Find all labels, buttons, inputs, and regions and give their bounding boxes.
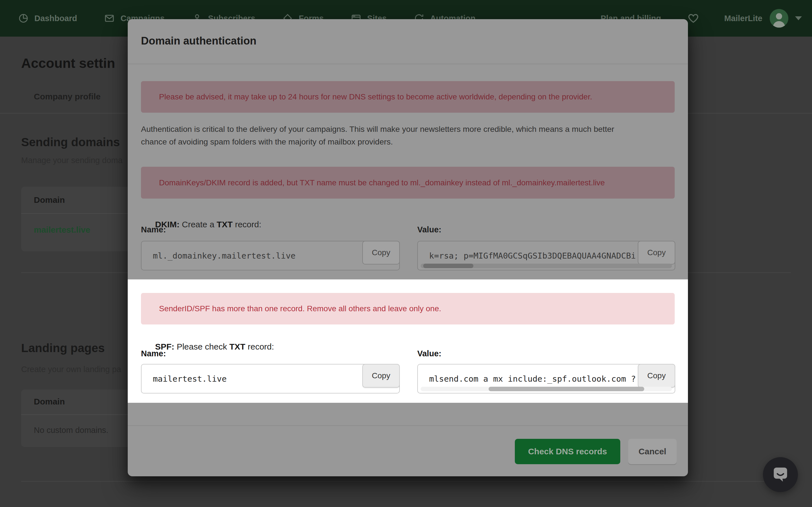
heading-bold: TXT <box>216 220 233 229</box>
copy-dkim-name-button[interactable]: Copy <box>362 241 400 265</box>
horizontal-scrollbar[interactable] <box>421 387 672 391</box>
modal-footer-divider <box>128 425 688 426</box>
dkim-value-text: k=rsa; p=MIGfMA0GCSqGSIb3DQEBAQUAA4GNADC… <box>418 251 635 261</box>
horizontal-scrollbar[interactable] <box>421 264 672 268</box>
modal-intro-text: Authentication is critical to the delive… <box>141 123 677 148</box>
copy-spf-value-button[interactable]: Copy <box>638 364 675 388</box>
copy-spf-name-button[interactable]: Copy <box>362 364 400 388</box>
envelope-icon <box>104 13 115 24</box>
sending-domains-description: Manage your sending doma <box>21 156 123 165</box>
scrollbar-thumb[interactable] <box>489 387 644 391</box>
chat-launcher-button[interactable] <box>763 457 798 492</box>
chevron-down-icon[interactable] <box>795 16 802 20</box>
check-dns-records-button[interactable]: Check DNS records <box>515 439 620 464</box>
nav-item-dashboard[interactable]: Dashboard <box>18 13 77 24</box>
account-name[interactable]: MailerLite <box>724 14 762 23</box>
spf-value-field[interactable]: mlsend.com a mx include:_spf.outlook.com… <box>417 364 675 393</box>
dns-propagation-notice: Please be advised, it may take up to 24 … <box>141 81 675 113</box>
intro-line: Authentication is critical to the delive… <box>141 123 677 135</box>
dkim-value-field[interactable]: k=rsa; p=MIGfMA0GCSqGSIb3DQEBAQUAA4GNADC… <box>417 241 675 270</box>
notice-text: Please be advised, it may take up to 24 … <box>159 93 592 101</box>
modal-title: Domain authentication <box>141 35 257 47</box>
notice-text: SenderID/SPF has more than one record. R… <box>159 304 441 313</box>
dkim-record-heading: DKIM: Create a TXT record: <box>141 210 261 239</box>
tab-company-profile[interactable]: Company profile <box>34 92 101 101</box>
chat-bubble-icon <box>771 465 790 485</box>
dkim-value-label: Value: <box>417 225 441 234</box>
heading-text: Please check <box>174 342 229 351</box>
heading-text: record: <box>245 342 274 351</box>
heading-text: Create a <box>180 220 217 229</box>
dkim-name-label: Name: <box>141 225 166 234</box>
user-avatar[interactable] <box>770 9 788 27</box>
clock-icon <box>18 13 29 24</box>
dkim-name-text: ml._domainkey.mailertest.live <box>142 251 296 261</box>
dkim-warning-notice: DomainKeys/DKIM record is added, but TXT… <box>141 167 675 199</box>
copy-dkim-value-button[interactable]: Copy <box>638 241 675 265</box>
nav-item-label: Dashboard <box>35 14 77 23</box>
notice-text: DomainKeys/DKIM record is added, but TXT… <box>159 178 605 187</box>
heart-icon[interactable] <box>687 12 700 24</box>
heading-bold: TXT <box>229 342 245 351</box>
heading-text: record: <box>233 220 261 229</box>
landing-pages-heading: Landing pages <box>21 341 105 355</box>
landing-pages-description: Create your own landing pa <box>21 365 121 374</box>
cancel-button[interactable]: Cancel <box>628 439 677 464</box>
section-divider <box>21 481 791 482</box>
modal-header-divider <box>128 64 688 64</box>
sending-domains-heading: Sending domains <box>21 135 120 149</box>
screen: Dashboard Campaigns Subscribers Forms <box>0 0 812 507</box>
intro-line: chance of avoiding spam folders with the… <box>141 135 677 148</box>
domain-authentication-modal: Domain authentication Please be advised,… <box>128 19 688 476</box>
spf-error-notice: SenderID/SPF has more than one record. R… <box>141 293 675 325</box>
spf-name-label: Name: <box>141 349 166 358</box>
page-title: Account settin <box>21 55 115 71</box>
spf-name-text: mailertest.live <box>142 374 227 384</box>
dkim-name-field[interactable]: ml._domainkey.mailertest.live Copy <box>141 241 400 270</box>
spf-value-label: Value: <box>417 349 441 358</box>
spf-name-field[interactable]: mailertest.live Copy <box>141 364 400 393</box>
scrollbar-thumb[interactable] <box>423 264 473 268</box>
spf-value-text: mlsend.com a mx include:_spf.outlook.com… <box>418 374 635 384</box>
